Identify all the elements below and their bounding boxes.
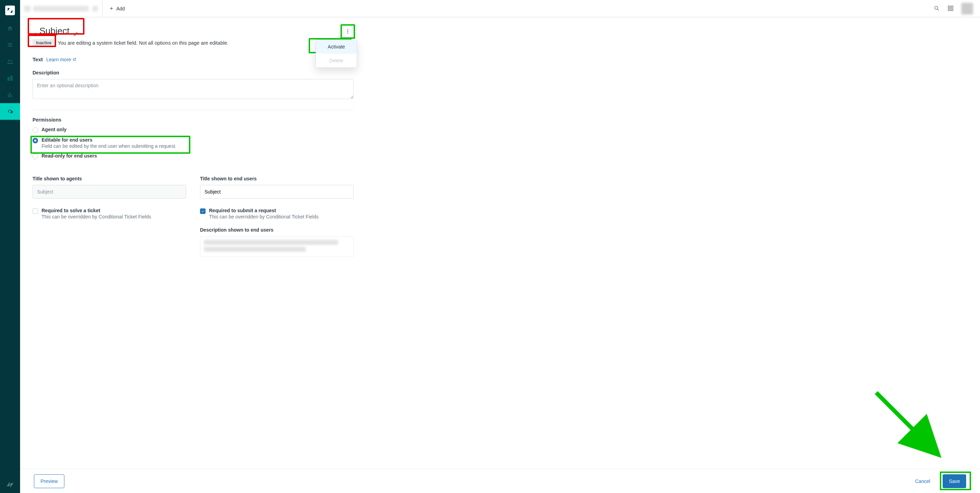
- permissions-radio-group: Agent only Editable for end users Field …: [33, 127, 354, 159]
- checkbox-required-solve[interactable]: [33, 208, 38, 214]
- svg-rect-2: [948, 6, 950, 8]
- description-label: Description: [33, 70, 354, 75]
- checkbox-required-submit[interactable]: [200, 208, 205, 214]
- radio-dot-editable[interactable]: [33, 138, 38, 143]
- status-badge: Inactive: [33, 39, 55, 47]
- actions-menu-button[interactable]: [342, 26, 354, 37]
- desc-endusers-label: Description shown to end users: [200, 227, 354, 233]
- svg-line-1: [937, 9, 939, 10]
- menu-item-activate[interactable]: Activate: [316, 40, 357, 54]
- nav-organizations[interactable]: [0, 70, 20, 86]
- status-description: You are editing a system ticket field. N…: [58, 40, 229, 46]
- description-textarea[interactable]: [33, 79, 354, 99]
- apps-icon[interactable]: [947, 5, 955, 12]
- radio-dot-readonly[interactable]: [33, 154, 38, 159]
- desc-endusers-box[interactable]: [200, 236, 354, 257]
- divider: [33, 110, 354, 110]
- radio-readonly-end-users[interactable]: Read-only for end users: [33, 153, 354, 159]
- nav-customers[interactable]: [0, 53, 20, 70]
- search-icon[interactable]: [934, 5, 940, 12]
- svg-rect-5: [951, 9, 953, 10]
- add-tab-button[interactable]: ＋ Add: [102, 0, 131, 17]
- plus-icon: ＋: [109, 5, 114, 12]
- page-title: Subject: [40, 26, 70, 36]
- tab-current[interactable]: [20, 0, 102, 17]
- svg-point-8: [347, 32, 348, 33]
- edit-icon[interactable]: [73, 29, 78, 34]
- required-submit-row[interactable]: Required to submit a request This can be…: [200, 208, 354, 220]
- nav-views[interactable]: [0, 37, 20, 53]
- learn-more-link[interactable]: Learn more: [46, 57, 77, 62]
- cancel-button[interactable]: Cancel: [909, 474, 936, 488]
- field-type-label: Text: [33, 56, 43, 62]
- back-chevron-icon[interactable]: [33, 29, 37, 34]
- footer: Preview Cancel Save: [20, 469, 980, 493]
- permissions-label: Permissions: [33, 117, 354, 123]
- brand-logo: [5, 6, 15, 15]
- svg-point-7: [347, 31, 348, 32]
- title-agents-input: [33, 185, 186, 199]
- svg-point-6: [347, 29, 348, 30]
- title-agents-label: Title shown to agents: [33, 176, 186, 182]
- zendesk-logo-icon: [0, 480, 20, 489]
- svg-point-0: [935, 6, 938, 10]
- nav-home[interactable]: [0, 20, 20, 37]
- radio-dot-agent-only[interactable]: [33, 128, 38, 133]
- radio-editable-end-users[interactable]: Editable for end users Field can be edit…: [33, 137, 354, 149]
- nav-admin[interactable]: [0, 103, 20, 120]
- svg-rect-3: [951, 6, 953, 8]
- required-solve-row[interactable]: Required to solve a ticket This can be o…: [33, 208, 186, 220]
- svg-rect-4: [948, 9, 950, 10]
- menu-item-delete: Delete: [316, 54, 357, 67]
- user-avatar[interactable]: [961, 3, 973, 14]
- topbar: ＋ Add: [20, 0, 980, 17]
- save-button[interactable]: Save: [943, 474, 966, 488]
- external-link-icon: [72, 57, 76, 62]
- preview-button[interactable]: Preview: [34, 474, 64, 488]
- nav-reporting[interactable]: [0, 86, 20, 103]
- actions-dropdown: Activate Delete: [316, 40, 357, 68]
- radio-agent-only[interactable]: Agent only: [33, 127, 354, 133]
- title-endusers-label: Title shown to end users: [200, 176, 354, 182]
- left-sidebar: [0, 0, 20, 493]
- title-endusers-input[interactable]: [200, 185, 354, 199]
- add-tab-label: Add: [116, 6, 125, 11]
